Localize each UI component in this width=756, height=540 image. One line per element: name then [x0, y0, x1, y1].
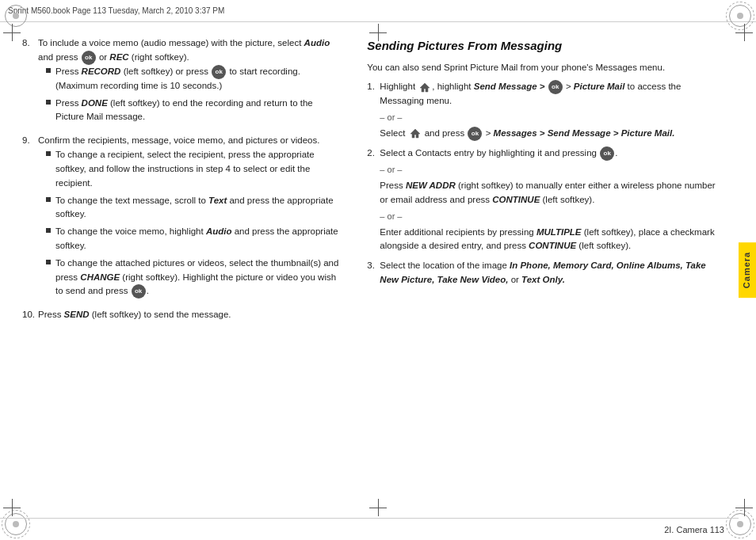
item-10-num: 10.: [22, 308, 38, 322]
bullet-sq: [46, 197, 51, 202]
or-line-3: – or –: [380, 210, 726, 223]
bullet-sq: [46, 228, 51, 233]
ok-icon-1: ok: [82, 51, 96, 65]
bullet-9-1: To change a recipient, select the recipi…: [46, 148, 340, 190]
item-9-num: 9.: [22, 134, 38, 148]
section-intro: You can also send Sprint Picture Mail fr…: [367, 61, 726, 75]
right-item-2: 2. Select a Contacts entry by highlighti…: [367, 146, 726, 253]
item-9-text: Confirm the recipients, message, voice m…: [38, 135, 319, 145]
item-10-text: Press SEND (left softkey) to send the me…: [38, 310, 231, 319]
ok-icon-r1b: ok: [468, 127, 482, 141]
right-item-1: 1. Highlight , highlight Send Message > …: [367, 80, 726, 141]
header-text: Sprint M560.book Page 113 Tuesday, March…: [8, 6, 224, 15]
bullet-8-2: Press DONE (left softkey) to end the rec…: [46, 97, 340, 125]
bullet-sq: [46, 260, 51, 264]
home-icon-1: [418, 82, 431, 93]
ok-icon-2: ok: [212, 65, 226, 79]
svg-marker-0: [420, 83, 430, 92]
or-line-1: – or –: [380, 111, 726, 124]
right-item-2-num: 2.: [367, 146, 380, 161]
ok-icon-r2: ok: [600, 146, 614, 161]
item-8-bullets: Press RECORD (left softkey) or press ok …: [46, 65, 340, 124]
item-9-bullets: To change a recipient, select the recipi…: [46, 148, 340, 299]
item-8-text: To include a voice memo (audio message) …: [38, 38, 330, 62]
bullet-8-1: Press RECORD (left softkey) or press ok …: [46, 65, 340, 93]
list-item-9: 9. Confirm the recipients, message, voic…: [22, 134, 340, 302]
sidebar-camera-label: Camera: [739, 242, 756, 298]
section-title: Sending Pictures From Messaging: [367, 36, 726, 55]
bullet-9-2: To change the text message, scroll to Te…: [46, 194, 340, 222]
right-item-2-content: Select a Contacts entry by highlighting …: [380, 146, 726, 253]
header-bar: Sprint M560.book Page 113 Tuesday, March…: [0, 0, 756, 22]
footer-right-text: 2I. Camera 113: [664, 525, 724, 534]
content-area: 8. To include a voice memo (audio messag…: [0, 22, 739, 518]
item-8-content: To include a voice memo (audio message) …: [38, 36, 340, 127]
bullet-sq: [46, 151, 51, 156]
svg-marker-1: [410, 129, 420, 138]
bullet-9-3: To change the voice memo, highlight Audi…: [46, 225, 340, 253]
right-item-3-num: 3.: [367, 259, 380, 273]
right-column: Sending Pictures From Messaging You can …: [354, 22, 739, 518]
bullet-9-4: To change the attached pictures or video…: [46, 257, 340, 299]
item-8-num: 8.: [22, 36, 38, 51]
list-item-10: 10. Press SEND (left softkey) to send th…: [22, 308, 340, 322]
bullet-sq: [46, 100, 51, 105]
item-9-content: Confirm the recipients, message, voice m…: [38, 134, 340, 302]
right-item-1-content: Highlight , highlight Send Message > ok …: [380, 80, 726, 141]
bullet-sq: [46, 68, 51, 73]
page-container: Sprint M560.book Page 113 Tuesday, March…: [0, 0, 756, 540]
ok-icon-r1: ok: [548, 80, 563, 94]
home-icon-2: [409, 128, 422, 139]
right-item-3: 3. Select the location of the image In P…: [367, 259, 726, 287]
list-item-8: 8. To include a voice memo (audio messag…: [22, 36, 340, 127]
item-10-content: Press SEND (left softkey) to send the me…: [38, 308, 231, 322]
left-column: 8. To include a voice memo (audio messag…: [0, 22, 354, 518]
right-item-1-num: 1.: [367, 80, 380, 94]
page-footer: 2I. Camera 113: [0, 518, 739, 540]
right-item-3-content: Select the location of the image In Phon…: [380, 259, 726, 287]
ok-icon-3: ok: [132, 284, 146, 299]
or-line-2: – or –: [380, 163, 726, 177]
